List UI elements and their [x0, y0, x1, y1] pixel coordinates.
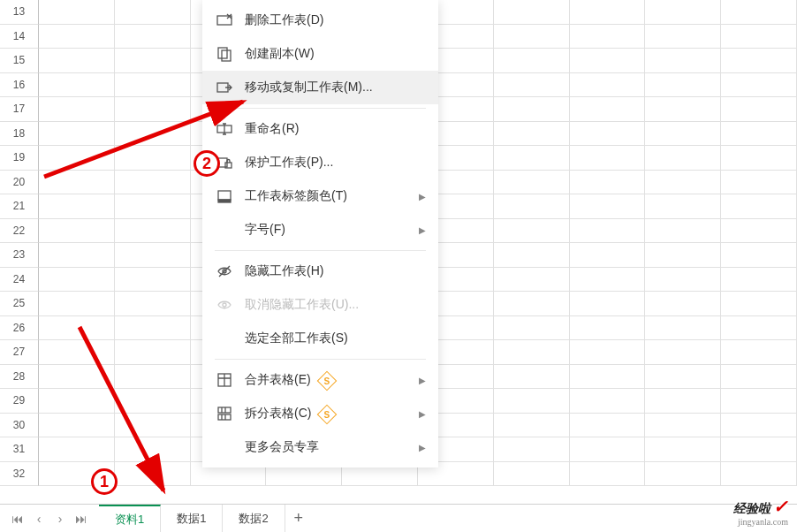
- rename-icon: [215, 119, 234, 139]
- menu-label: 隐藏工作表(H): [245, 263, 426, 279]
- row-header[interactable]: 26: [0, 316, 39, 341]
- vip-badge-icon: S: [316, 370, 337, 391]
- nav-next-icon[interactable]: ›: [49, 508, 71, 529]
- menu-more-vip[interactable]: 更多会员专享 ▶: [202, 430, 438, 464]
- menu-unhide-sheet: 取消隐藏工作表(U)...: [202, 288, 438, 322]
- row-header[interactable]: 19: [0, 146, 39, 171]
- menu-label: 创建副本(W): [245, 46, 426, 62]
- split-icon: [215, 404, 234, 423]
- svg-rect-12: [218, 407, 231, 413]
- row-header[interactable]: 30: [0, 414, 39, 438]
- menu-protect-sheet[interactable]: 保护工作表(P)...: [202, 146, 438, 179]
- spacer-icon: [215, 437, 234, 457]
- watermark: 经验啦 ✓ jingyanla.com: [733, 496, 789, 527]
- svg-rect-1: [218, 48, 227, 58]
- sheet-tab-active[interactable]: 资料1: [99, 505, 161, 532]
- row-header[interactable]: 21: [0, 194, 39, 219]
- row-header[interactable]: 23: [0, 243, 39, 268]
- row-header[interactable]: 16: [0, 73, 39, 98]
- annotation-marker-2: 2: [194, 150, 220, 177]
- row-header[interactable]: 32: [0, 462, 39, 487]
- chevron-right-icon: ▶: [419, 443, 426, 452]
- menu-merge-tables[interactable]: 合并表格(E) S ▶: [202, 363, 438, 397]
- row-header[interactable]: 31: [0, 437, 39, 462]
- menu-label: 移动或复制工作表(M)...: [245, 80, 426, 95]
- chevron-right-icon: ▶: [419, 225, 426, 235]
- row-header[interactable]: 13: [0, 0, 39, 25]
- menu-separator: [215, 359, 426, 360]
- chevron-right-icon: ▶: [419, 376, 426, 385]
- row-header[interactable]: 25: [0, 292, 39, 316]
- unhide-icon: [215, 295, 234, 315]
- sheet-tab[interactable]: 数据2: [223, 505, 285, 532]
- delete-sheet-icon: [215, 11, 234, 30]
- menu-hide-sheet[interactable]: 隐藏工作表(H): [202, 255, 438, 288]
- sheet-context-menu: 删除工作表(D) 创建副本(W) 移动或复制工作表(M)... 重命名(R) 保…: [202, 0, 438, 467]
- menu-separator: [215, 250, 426, 251]
- spacer-icon: [215, 329, 234, 348]
- menu-label: 合并表格(E) S: [245, 372, 419, 388]
- nav-prev-icon[interactable]: ‹: [28, 508, 49, 529]
- row-header[interactable]: 15: [0, 49, 39, 73]
- add-sheet-button[interactable]: +: [285, 505, 312, 532]
- sheet-tab[interactable]: 数据1: [161, 505, 223, 532]
- svg-point-10: [223, 303, 226, 307]
- spacer-icon: [215, 220, 234, 239]
- svg-rect-13: [218, 414, 231, 420]
- row-header[interactable]: 20: [0, 171, 39, 195]
- menu-create-copy[interactable]: 创建副本(W): [202, 37, 438, 71]
- menu-rename[interactable]: 重命名(R): [202, 112, 438, 146]
- svg-rect-8: [218, 200, 231, 202]
- menu-label: 取消隐藏工作表(U)...: [245, 297, 426, 313]
- menu-select-all-sheets[interactable]: 选定全部工作表(S): [202, 322, 438, 355]
- nav-first-icon[interactable]: ⏮: [7, 508, 28, 529]
- row-header[interactable]: 18: [0, 122, 39, 147]
- menu-label: 选定全部工作表(S): [245, 331, 426, 346]
- menu-delete-sheet[interactable]: 删除工作表(D): [202, 4, 438, 37]
- move-sheet-icon: [215, 78, 234, 97]
- menu-label: 更多会员专享: [245, 439, 419, 455]
- chevron-right-icon: ▶: [419, 192, 426, 201]
- svg-rect-2: [222, 50, 231, 61]
- sheet-tab-bar: ⏮ ‹ › ⏭ 资料1 数据1 数据2 +: [0, 504, 797, 532]
- check-icon: ✓: [773, 497, 788, 516]
- menu-separator: [215, 108, 426, 109]
- hide-icon: [215, 262, 234, 281]
- menu-split-tables[interactable]: 拆分表格(C) S ▶: [202, 397, 438, 430]
- tab-color-icon: [215, 186, 234, 206]
- row-header[interactable]: 27: [0, 340, 39, 365]
- menu-move-copy-sheet[interactable]: 移动或复制工作表(M)...: [202, 71, 438, 104]
- row-header[interactable]: 17: [0, 97, 39, 122]
- menu-label: 保护工作表(P)...: [245, 155, 426, 171]
- menu-label: 重命名(R): [245, 121, 426, 137]
- menu-label: 工作表标签颜色(T): [245, 188, 419, 204]
- row-header[interactable]: 29: [0, 389, 39, 414]
- menu-label: 字号(F): [245, 222, 419, 238]
- annotation-marker-1: 1: [91, 468, 118, 495]
- menu-label: 拆分表格(C) S: [245, 406, 419, 422]
- row-headers: 13 14 15 16 17 18 19 20 21 22 23 24 25 2…: [0, 0, 39, 504]
- nav-last-icon[interactable]: ⏭: [71, 508, 92, 529]
- vip-badge-icon: S: [317, 404, 338, 424]
- row-header[interactable]: 28: [0, 365, 39, 390]
- menu-tab-color[interactable]: 工作表标签颜色(T) ▶: [202, 179, 438, 213]
- row-header[interactable]: 14: [0, 25, 39, 49]
- row-header[interactable]: 22: [0, 219, 39, 244]
- row-header[interactable]: 24: [0, 268, 39, 293]
- copy-icon: [215, 44, 234, 64]
- chevron-right-icon: ▶: [419, 409, 426, 419]
- menu-font-size[interactable]: 字号(F) ▶: [202, 213, 438, 247]
- menu-label: 删除工作表(D): [245, 12, 426, 28]
- svg-rect-7: [218, 191, 231, 200]
- merge-icon: [215, 370, 234, 390]
